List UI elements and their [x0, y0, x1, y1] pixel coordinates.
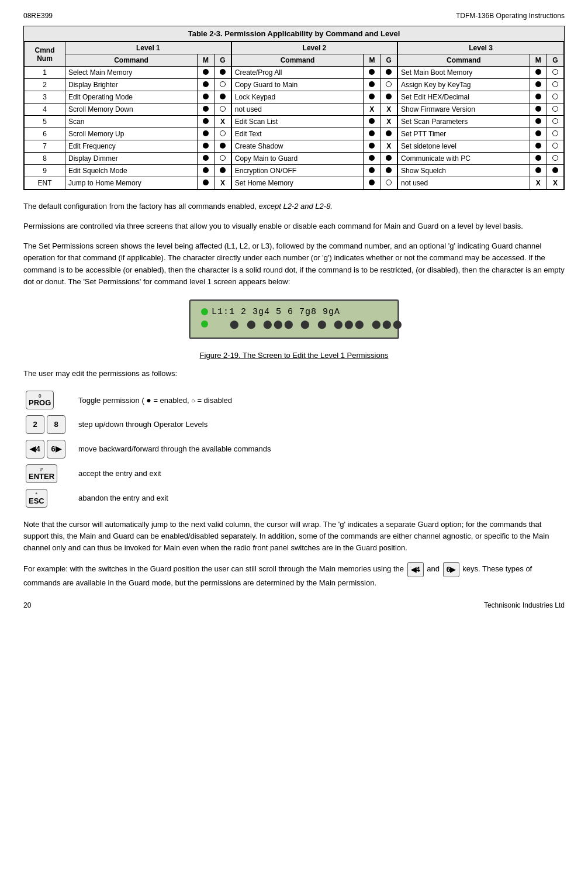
l3-cmd: Set Scan Parameters	[397, 116, 530, 128]
dot-empty-symbol: ○	[191, 397, 195, 404]
page-header: 08RE399 TDFM-136B Operating Instructions	[23, 12, 565, 20]
dot-cell	[547, 116, 563, 128]
dot-cell	[197, 67, 214, 79]
dot-cell	[547, 91, 563, 104]
dot-cell	[197, 91, 214, 104]
key-row-28: 2 8 step up/down through Operator Levels	[23, 412, 565, 437]
dot-filled-symbol: ●	[146, 395, 151, 405]
lcd-green-dot-2	[201, 320, 208, 327]
key-2: 2	[26, 415, 44, 434]
dot-cell: X	[215, 177, 231, 189]
l1-m-header: M	[197, 54, 214, 67]
dot-cell	[197, 165, 214, 177]
dot-cell	[381, 153, 397, 165]
dot-cell	[381, 91, 397, 104]
key-actions-table: 0 PROG Toggle permission ( ● = enabled, …	[23, 388, 565, 511]
dot-cell	[197, 140, 214, 153]
dot-cell	[215, 153, 231, 165]
key-cell-esc: * ESC	[23, 486, 76, 511]
l1-command-header: Command	[65, 54, 197, 67]
l2-cmd: Create Shadow	[231, 140, 364, 153]
l1-cmd: Select Main Memory	[65, 67, 197, 79]
l1-cmd: Edit Operating Mode	[65, 91, 197, 104]
l2-cmd: Create/Prog All	[231, 67, 364, 79]
dot-cell	[364, 67, 381, 79]
table-row: 1Select Main MemoryCreate/Prog AllSet Ma…	[25, 67, 564, 79]
dot-cell	[381, 177, 397, 189]
para-2: Permissions are controlled via three scr…	[23, 220, 565, 232]
l3-cmd: Assign Key by KeyTag	[397, 79, 530, 91]
table-row: 5ScanXEdit Scan ListXSet Scan Parameters	[25, 116, 564, 128]
dot-cell	[215, 91, 231, 104]
key-row-46: ◀4 6▶ move backward/forward through the …	[23, 437, 565, 461]
dot-cell	[197, 128, 214, 140]
lcd-line-2: ⬤ ⬤ ⬤⬤⬤ ⬤ ⬤ ⬤⬤⬤ ⬤⬤⬤	[201, 319, 387, 329]
key-label-prog: Toggle permission ( ● = enabled, ○ = dis…	[76, 388, 565, 412]
dot-cell	[530, 67, 547, 79]
key-cell-prog: 0 PROG	[23, 388, 76, 412]
para-5: Note that the cursor will automatically …	[23, 519, 565, 554]
dot-cell	[381, 128, 397, 140]
key-row-enter: # ENTER accept the entry and exit	[23, 461, 565, 486]
l2-cmd: not used	[231, 104, 364, 116]
dot-cell	[215, 128, 231, 140]
key-label-enter: accept the entry and exit	[76, 461, 565, 486]
l2-cmd: Edit Text	[231, 128, 364, 140]
l1-cmd: Edit Squelch Mode	[65, 165, 197, 177]
l3-m-header: M	[530, 54, 547, 67]
l3-g-header: G	[547, 54, 563, 67]
dot-cell	[547, 67, 563, 79]
l2-cmd: Lock Keypad	[231, 91, 364, 104]
table-title: Table 2-3. Permission Applicability by C…	[24, 26, 564, 42]
keys-4-6: ◀4 6▶	[26, 440, 74, 458]
dot-cell	[364, 79, 381, 91]
dot-cell	[364, 91, 381, 104]
level3-header: Level 3	[397, 42, 563, 54]
key-label-esc: abandon the entry and exit	[76, 486, 565, 511]
cmd-number: 5	[25, 116, 65, 128]
key-4: ◀4	[26, 440, 44, 458]
l1-cmd: Scroll Memory Up	[65, 128, 197, 140]
dot-cell	[364, 128, 381, 140]
dot-cell	[547, 140, 563, 153]
para-6-and: and	[427, 565, 440, 574]
l2-command-header: Command	[231, 54, 364, 67]
key-prog: 0 PROG	[26, 391, 54, 409]
l1-cmd: Scroll Memory Down	[65, 104, 197, 116]
l2-g-header: G	[381, 54, 397, 67]
dot-cell	[547, 165, 563, 177]
dot-cell	[530, 165, 547, 177]
table-body: 1Select Main MemoryCreate/Prog AllSet Ma…	[25, 67, 564, 189]
l2-cmd: Encryption ON/OFF	[231, 165, 364, 177]
dot-cell	[547, 79, 563, 91]
key-cell-28: 2 8	[23, 412, 76, 437]
dot-cell	[530, 79, 547, 91]
cmd-number: 7	[25, 140, 65, 153]
table-row: 3Edit Operating ModeLock KeypadSet Edit …	[25, 91, 564, 104]
table-row: 6Scroll Memory UpEdit TextSet PTT Timer	[25, 128, 564, 140]
dot-cell	[364, 165, 381, 177]
key-8: 8	[47, 415, 65, 434]
dot-cell	[364, 153, 381, 165]
company-name: Technisonic Industries Ltd	[484, 601, 565, 609]
dot-cell	[530, 140, 547, 153]
key-cell-46: ◀4 6▶	[23, 437, 76, 461]
dot-cell	[215, 67, 231, 79]
dot-cell	[215, 79, 231, 91]
table-row: 7Edit FrequencyCreate ShadowXSet sideton…	[25, 140, 564, 153]
key-enter: # ENTER	[26, 464, 57, 483]
l1-cmd: Scan	[65, 116, 197, 128]
inline-key-6: 6▶	[443, 562, 459, 577]
l1-cmd: Display Dimmer	[65, 153, 197, 165]
cmd-number: 2	[25, 79, 65, 91]
doc-number: 08RE399	[23, 12, 53, 20]
dot-cell	[530, 104, 547, 116]
figure-caption: Figure 2-19. The Screen to Edit the Leve…	[23, 351, 565, 360]
dot-cell: X	[381, 140, 397, 153]
l3-cmd: Set PTT Timer	[397, 128, 530, 140]
key-row-prog: 0 PROG Toggle permission ( ● = enabled, …	[23, 388, 565, 412]
dot-cell	[381, 165, 397, 177]
dot-cell	[364, 177, 381, 189]
l2-cmd: Copy Main to Guard	[231, 153, 364, 165]
dot-cell	[530, 91, 547, 104]
